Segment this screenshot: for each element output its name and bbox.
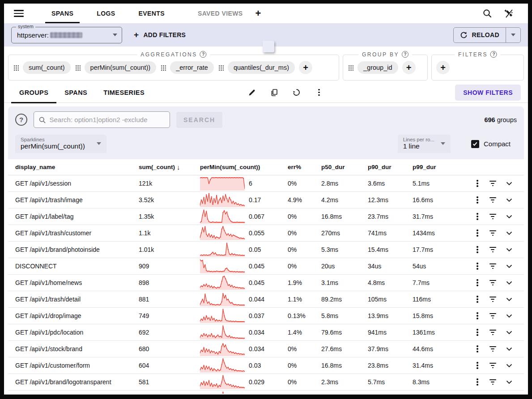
add-view-button[interactable]: + — [255, 8, 261, 19]
row-expand-icon[interactable] — [502, 297, 517, 301]
col-err[interactable]: err% — [288, 164, 321, 170]
row-expand-icon[interactable] — [502, 182, 517, 186]
row-filter-icon[interactable] — [484, 197, 502, 203]
help-icon[interactable]: ? — [490, 51, 497, 58]
row-more-icon[interactable] — [471, 296, 484, 302]
system-select[interactable]: system httpserver: — [11, 27, 122, 43]
row-more-icon[interactable] — [471, 180, 484, 187]
row-more-icon[interactable] — [471, 213, 484, 220]
help-icon[interactable]: ? — [402, 51, 409, 58]
show-filters-button[interactable]: SHOW FILTERS — [455, 85, 521, 101]
add-aggregation-button[interactable]: + — [299, 61, 312, 74]
add-filter-button[interactable]: + — [436, 61, 450, 74]
row-more-icon[interactable] — [471, 263, 484, 269]
row-filter-icon[interactable] — [484, 247, 502, 252]
row-filter-icon[interactable] — [484, 346, 502, 352]
row-filter-icon[interactable] — [484, 263, 502, 269]
row-expand-icon[interactable] — [502, 314, 517, 318]
row-filter-icon[interactable] — [484, 280, 502, 285]
row-filter-icon[interactable] — [484, 181, 502, 186]
table-row[interactable]: GET /api/v1/pdc/location6920.0341.4%79.6… — [8, 324, 524, 341]
row-filter-icon[interactable] — [484, 363, 502, 368]
table-row[interactable]: GET /api/v1/brand/photoinside1.01k0.050%… — [8, 242, 524, 258]
col-per-min[interactable]: perMin(sum(_count)) — [200, 164, 288, 170]
reload-options-button[interactable] — [506, 28, 520, 42]
table-row[interactable]: DISCONNECT9090.0450%20us34us54us — [8, 258, 524, 275]
row-expand-icon[interactable] — [502, 215, 517, 219]
nav-tab-events[interactable]: EVENTS — [132, 4, 170, 23]
row-expand-icon[interactable] — [502, 231, 517, 235]
search-input[interactable] — [49, 116, 165, 123]
row-more-icon[interactable] — [471, 229, 484, 236]
col-display-name[interactable]: display_name — [15, 164, 139, 170]
tab-timeseries[interactable]: TIMESERIES — [95, 82, 153, 103]
sparklines-select[interactable]: Sparklines perMin(sum(_count)) — [15, 135, 106, 153]
row-filter-icon[interactable] — [484, 297, 502, 302]
col-p99[interactable]: p99_dur — [413, 164, 471, 170]
col-p90[interactable]: p90_dur — [368, 164, 413, 170]
table-row[interactable]: GET /api/v1/drop/image7490.0370.13%5.8ms… — [8, 308, 524, 324]
row-more-icon[interactable] — [471, 246, 484, 253]
drag-handle-icon[interactable] — [218, 64, 224, 71]
nav-tab-saved-views[interactable]: SAVED VIEWS — [192, 4, 249, 23]
row-expand-icon[interactable] — [502, 380, 517, 384]
more-options-icon[interactable] — [314, 87, 324, 98]
drag-handle-icon[interactable] — [13, 64, 19, 71]
row-more-icon[interactable] — [471, 362, 484, 369]
compact-toggle[interactable]: Compact — [471, 140, 511, 148]
table-row[interactable]: GET /api/v1/customer/form6040.030%16.8ms… — [8, 357, 524, 374]
menu-icon[interactable] — [14, 10, 24, 17]
row-expand-icon[interactable] — [502, 198, 517, 202]
col-p50[interactable]: p50_dur — [321, 164, 368, 170]
table-row[interactable]: GET /api/v1/label/tag1.35k0.0670%16.8ms2… — [8, 208, 524, 225]
history-icon[interactable] — [291, 87, 302, 98]
nav-tab-spans[interactable]: SPANS — [45, 4, 80, 23]
help-icon[interactable]: ? — [15, 114, 27, 126]
aggregation-chip[interactable]: perMin(sum(_count)) — [85, 61, 157, 74]
tab-spans[interactable]: SPANS — [56, 82, 95, 103]
lines-per-row-select[interactable]: Lines per ro... 1 line — [398, 135, 451, 153]
table-row[interactable]: GET /api/v1/trash/image3.52k0.174.9%4.2m… — [8, 192, 524, 208]
help-icon[interactable]: ? — [200, 51, 207, 58]
table-row[interactable]: GET /api/v1/home/news8980.0451.9%3.1ms4.… — [8, 275, 524, 291]
table-row[interactable] — [8, 391, 524, 394]
table-row[interactable]: GET /api/v1/session121k60%2.8ms3.6ms5.1m… — [8, 175, 524, 192]
search-button[interactable]: SEARCH — [176, 112, 222, 128]
row-filter-icon[interactable] — [484, 230, 502, 236]
table-row[interactable]: GET /api/v1/stock/brand6800.0340%27.6ms3… — [8, 341, 524, 357]
add-filters-button[interactable]: + ADD FILTERS — [134, 30, 186, 40]
row-expand-icon[interactable] — [502, 281, 517, 285]
drag-handle-icon[interactable] — [75, 64, 81, 71]
row-filter-icon[interactable] — [484, 379, 502, 385]
row-expand-icon[interactable] — [502, 347, 517, 351]
row-more-icon[interactable] — [471, 196, 484, 203]
edit-icon[interactable] — [247, 87, 257, 98]
drag-handle-icon[interactable] — [160, 64, 166, 71]
row-more-icon[interactable] — [471, 378, 484, 385]
row-expand-icon[interactable] — [502, 331, 517, 335]
reload-button[interactable]: RELOAD — [454, 28, 506, 42]
row-more-icon[interactable] — [471, 329, 484, 335]
row-expand-icon[interactable] — [502, 364, 517, 368]
row-filter-icon[interactable] — [484, 214, 502, 219]
theme-toggle-icon[interactable] — [501, 6, 516, 21]
aggregation-chip[interactable]: sum(_count) — [23, 61, 71, 74]
aggregation-chip[interactable]: _error_rate — [170, 61, 214, 74]
nav-tab-logs[interactable]: LOGS — [90, 4, 121, 23]
aggregation-chip[interactable]: quantiles(_dur_ms) — [228, 61, 295, 74]
row-more-icon[interactable] — [471, 312, 484, 319]
add-group-by-button[interactable]: + — [402, 61, 416, 74]
drag-handle-icon[interactable] — [348, 64, 353, 71]
row-filter-icon[interactable] — [484, 330, 502, 335]
search-icon[interactable] — [480, 6, 495, 21]
row-expand-icon[interactable] — [502, 248, 517, 252]
table-row[interactable]: GET /api/v1/trash/customer1.1k0.0550%270… — [8, 225, 524, 242]
row-filter-icon[interactable] — [484, 313, 502, 318]
table-row[interactable]: GET /api/v1/trash/detail8810.0441.1%89.2… — [8, 291, 524, 308]
row-more-icon[interactable] — [471, 345, 484, 352]
row-expand-icon[interactable] — [502, 264, 517, 268]
copy-icon[interactable] — [269, 87, 280, 98]
col-sum-count[interactable]: sum(_count)↓ — [139, 163, 200, 171]
row-more-icon[interactable] — [471, 279, 484, 286]
tab-groups[interactable]: GROUPS — [11, 82, 56, 103]
